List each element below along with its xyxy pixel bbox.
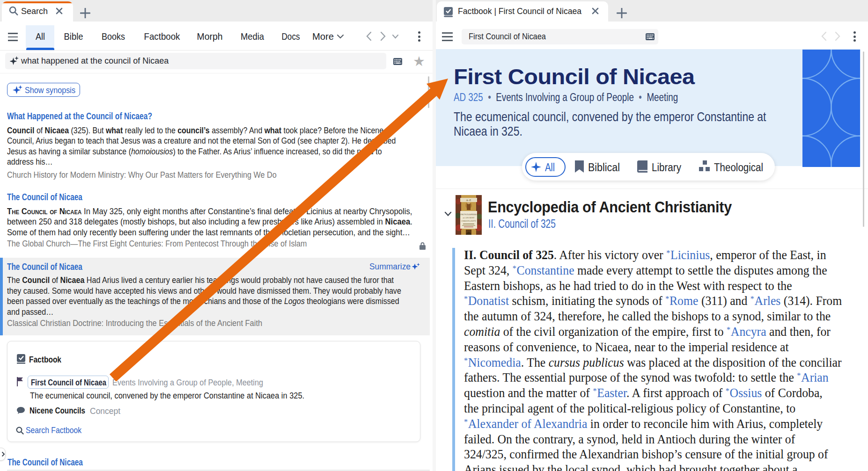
svg-text:of ANCIENT: of ANCIENT xyxy=(463,217,475,219)
svg-text:ENCYCLOPEDIA: ENCYCLOPEDIA xyxy=(460,213,478,216)
svg-text:A–E: A–E xyxy=(466,199,471,202)
svg-text:CHRISTIANITY: CHRISTIANITY xyxy=(461,220,477,222)
